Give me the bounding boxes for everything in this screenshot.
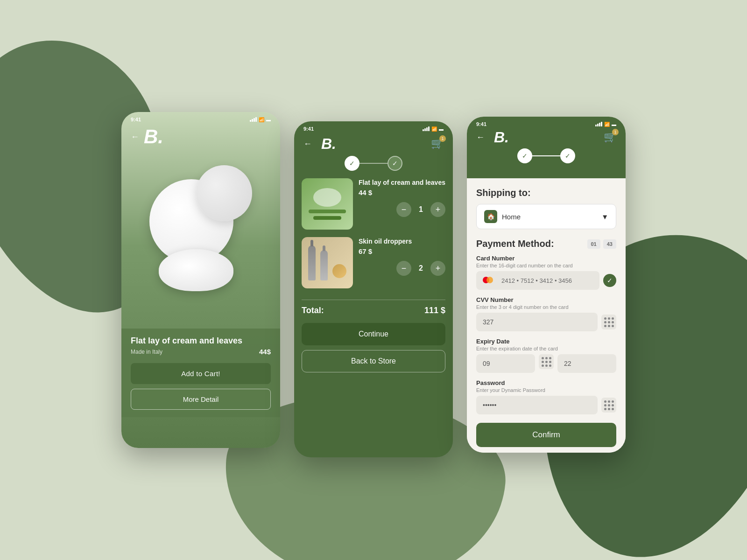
cart-item-1-image [302, 178, 353, 230]
cvv-input-row: 327 [476, 313, 616, 331]
wifi-icon-3: 📶 [604, 122, 610, 127]
dot [608, 408, 610, 410]
wifi-icon-1: 📶 [259, 117, 264, 122]
dot [604, 400, 606, 403]
cream-container-medium [196, 165, 252, 221]
cart-icon-wrapper-2[interactable]: 🛒 1 [431, 138, 444, 150]
cart-divider [302, 300, 445, 300]
cvv-input[interactable]: 327 [476, 313, 598, 331]
brand-logo-1: B. [144, 127, 163, 147]
password-label: Password [476, 379, 616, 386]
dot [612, 321, 614, 323]
confirm-button[interactable]: Confirm [476, 423, 616, 447]
dot [545, 357, 548, 359]
dot [542, 357, 544, 359]
back-to-store-button[interactable]: Back to Store [302, 350, 445, 372]
signal-icon-3 [595, 122, 602, 126]
step-3-1: ✓ [517, 148, 532, 163]
dot [612, 317, 614, 320]
total-label: Total: [302, 306, 324, 315]
progress-steps-2: ✓ ✓ [294, 156, 453, 171]
card-chip-2: 43 [603, 239, 616, 249]
dot [549, 361, 551, 363]
status-icons-3: 📶 ▬ [595, 122, 616, 127]
dot [608, 321, 610, 323]
password-keypad-button[interactable] [601, 398, 616, 413]
password-value: •••••• [483, 401, 496, 409]
shipping-select[interactable]: 🏠 Home ▼ [476, 204, 616, 229]
payment-title-text: Payment Method: [476, 238, 554, 249]
screen-payment: 9:41 📶 ▬ ← B. 🛒 1 [467, 117, 626, 453]
more-detail-button[interactable]: More Detail [131, 389, 271, 410]
time-3: 9:41 [476, 121, 486, 127]
back-button-1[interactable]: ← [131, 132, 139, 142]
expiry-year-value: 22 [564, 360, 571, 367]
cart-item-1-name: Flat lay of cream and leaves [359, 178, 445, 187]
expiry-field: Expiry Date Enter the expiration date of… [476, 338, 616, 373]
cart-item-1: Flat lay of cream and leaves 44 $ − 1 + [302, 178, 445, 230]
card-number-input-row: 2412 • 7512 • 3412 • 3456 ✓ [476, 271, 616, 290]
brand-logo-2: B. [321, 136, 336, 151]
qty-decrease-1[interactable]: − [396, 202, 411, 217]
screen3-header: ← B. 🛒 1 [476, 130, 616, 145]
dot [604, 408, 606, 410]
header-left-2: ← B. [303, 136, 336, 151]
step-2: ✓ [388, 156, 402, 171]
cart-icon-wrapper-3[interactable]: 🛒 1 [604, 131, 616, 143]
chevron-down-icon: ▼ [601, 213, 608, 221]
expiry-month-value: 09 [483, 360, 490, 367]
card-verified-icon: ✓ [603, 274, 616, 287]
screen-product-detail: 9:41 📶 ▬ ← B. Flat lay of cream and leav… [121, 112, 280, 448]
dot [545, 361, 548, 363]
card-number-field: Card Number Enter the 16-digit card numb… [476, 255, 616, 290]
qty-increase-2[interactable]: + [430, 261, 445, 276]
dot [608, 404, 610, 406]
password-input-row: •••••• [476, 396, 616, 414]
expiry-inputs: 09 22 [476, 354, 616, 373]
battery-icon-3: ▬ [612, 122, 616, 127]
qty-increase-1[interactable]: + [430, 202, 445, 217]
cvv-value: 327 [483, 318, 493, 326]
cart-item-2: Skin oil droppers 67 $ − 2 + [302, 237, 445, 288]
expiry-keypad-button[interactable] [539, 354, 554, 369]
expiry-year-input[interactable]: 22 [557, 354, 616, 373]
dot [612, 404, 614, 406]
home-icon: 🏠 [484, 210, 497, 223]
back-button-3[interactable]: ← [476, 133, 485, 142]
step-3-2: ✓ [560, 148, 575, 163]
cart-item-2-details: Skin oil droppers 67 $ − 2 + [359, 237, 445, 276]
cart-item-1-qty-control: − 1 + [359, 202, 445, 217]
cream-open-container [159, 249, 233, 291]
cvv-label: CVV Number [476, 296, 616, 303]
password-field: Password Enter your Dynamic Password •••… [476, 379, 616, 414]
shipping-title: Shipping to: [476, 188, 616, 198]
cart-item-2-price: 67 $ [359, 247, 445, 255]
screens-container: 9:41 📶 ▬ ← B. Flat lay of cream and leav… [121, 103, 626, 457]
card-number-input[interactable]: 2412 • 7512 • 3412 • 3456 [476, 271, 599, 290]
add-to-cart-button[interactable]: Add to Cart! [131, 363, 271, 384]
expiry-label: Expiry Date [476, 338, 616, 345]
back-button-2[interactable]: ← [303, 139, 312, 149]
battery-icon-1: ▬ [266, 117, 271, 122]
product-info: Flat lay of cream and leaves Made in Ita… [121, 329, 280, 417]
continue-button[interactable]: Continue [302, 323, 445, 345]
screen1-header: ← B. [121, 124, 280, 151]
card-chips: 01 43 [587, 239, 617, 249]
password-input[interactable]: •••••• [476, 396, 598, 414]
qty-value-1: 1 [419, 205, 423, 214]
qty-decrease-2[interactable]: − [396, 261, 411, 276]
expiry-month-input[interactable]: 09 [476, 354, 535, 373]
cvv-keypad-button[interactable] [601, 315, 616, 329]
card-number-hint: Enter the 16-digit card number on the ca… [476, 263, 616, 268]
expiry-hint: Enter the expiration date of the card [476, 346, 616, 351]
dot [542, 364, 544, 367]
payment-title: Payment Method: 01 43 [476, 238, 616, 249]
cart-items-list: Flat lay of cream and leaves 44 $ − 1 + [294, 178, 453, 296]
cart-total: Total: 111 $ [294, 306, 453, 323]
dot [608, 400, 610, 403]
product-meta: Made in Italy 44$ [131, 348, 271, 356]
signal-icon-2 [423, 126, 430, 131]
dot [545, 364, 548, 367]
dot [549, 364, 551, 367]
cvv-field: CVV Number Enter the 3 or 4 digit number… [476, 296, 616, 331]
